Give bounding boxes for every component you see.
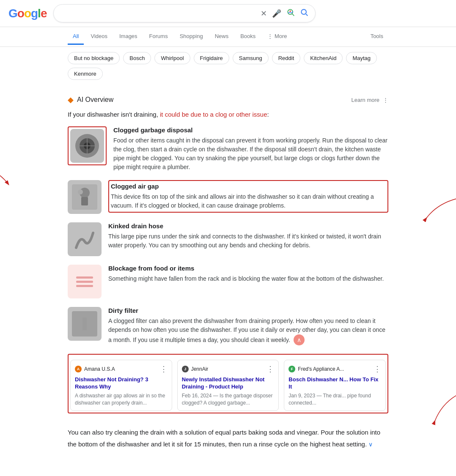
source-1-name: A Amana U.S.A [75,366,115,372]
image-search-button[interactable] [286,8,295,19]
svg-rect-12 [81,197,88,205]
source-2-text: Feb 16, 2024 — Is the garbage disposer c… [182,392,275,407]
ai-more-icon[interactable]: ⋮ [383,97,388,103]
tab-forums[interactable]: Forums [144,29,173,45]
main-content: Link Not Link Links [0,85,456,460]
ai-item-5-text: A clogged filter can also prevent the di… [108,317,388,345]
ai-item-4-content: Blockage from food or items Something mi… [108,265,388,283]
source-1-text: A dishwasher air gap allows air in so th… [75,392,168,407]
show-more-button[interactable]: ∨ [368,440,373,450]
collapse-button[interactable]: ∧ [294,334,305,345]
voice-search-button[interactable]: 🎤 [272,9,281,18]
ai-overview-header: ◆ AI Overview Learn more ⋮ [68,95,388,104]
ai-item-3-content: Kinked drain hose This large pipe runs u… [108,222,388,250]
tab-news[interactable]: News [210,29,234,45]
chip-frigidaire[interactable]: Frigidaire [194,52,229,64]
ai-item-2-image [68,180,102,214]
source-card-2[interactable]: J JennAir ⋮ Newly Installed Dishwasher N… [177,360,279,411]
search-icons: ✕ 🎤 [261,8,308,19]
source-2-icon: J [182,366,189,372]
google-search-button[interactable] [300,8,308,19]
tab-more[interactable]: ⋮ More [262,29,292,45]
chip-bosch[interactable]: Bosch [123,52,151,64]
chip-no-blockage[interactable]: But no blockage [68,52,120,64]
header: Google dishwasher is not draining ✕ 🎤 [0,0,456,27]
svg-line-1 [292,14,294,16]
source-2-name: J JennAir [182,366,209,372]
bottom-text: You can also try cleaning the drain with… [68,420,388,456]
chip-samsung[interactable]: Samsung [233,52,269,64]
tab-books[interactable]: Books [235,29,261,45]
source-3-text: Jan 9, 2023 — The drai... pipe found con… [288,392,381,407]
svg-point-13 [78,189,83,194]
source-card-3-header: F Fred's Appliance A... ⋮ [288,364,381,374]
ai-item-4-text: Something might have fallen from the rac… [108,274,388,283]
clear-search-button[interactable]: ✕ [261,9,267,18]
ai-diamond-icon: ◆ [68,95,74,104]
ai-item-1-title: Clogged garbage disposal [113,126,388,134]
tab-videos[interactable]: Videos [85,29,113,45]
source-2-title[interactable]: Newly Installed Dishwasher Not Draining … [182,376,275,391]
source-1-icon: A [75,366,82,372]
source-1-more-icon[interactable]: ⋮ [160,364,168,374]
source-1-label: Amana U.S.A [84,366,115,372]
source-cards-highlight: A Amana U.S.A ⋮ Dishwasher Not Draining?… [68,354,388,413]
tab-tools[interactable]: Tools [365,29,388,45]
ai-item-4: Blockage from food or items Something mi… [68,265,388,298]
ai-overview-label: AI Overview [77,96,113,104]
svg-line-4 [306,14,308,16]
source-2-label: JennAir [191,366,209,372]
tab-shopping[interactable]: Shopping [175,29,208,45]
chip-kitchenaid[interactable]: KitchenAid [304,52,343,64]
ai-item-4-title: Blockage from food or items [108,265,388,272]
ai-item-3: Kinked drain hose This large pipe runs u… [68,222,388,256]
source-3-more-icon[interactable]: ⋮ [374,364,381,374]
ai-item-2-content-highlight: Clogged air gap This device fits on top … [108,180,388,213]
ai-item-5-image [68,307,102,341]
ai-item-4-image [68,265,102,298]
ai-item-2-text: This device fits on top of the sink and … [111,192,386,210]
source-card-2-header: J JennAir ⋮ [182,364,275,374]
source-card-1[interactable]: A Amana U.S.A ⋮ Dishwasher Not Draining?… [70,360,172,411]
tab-all[interactable]: All [68,29,84,45]
svg-rect-17 [76,285,93,287]
source-3-icon: F [288,366,295,372]
source-3-name: F Fred's Appliance A... [288,366,344,372]
ai-actions[interactable]: Learn more ⋮ [352,97,388,103]
ai-item-3-text: This large pipe runs under the sink and … [108,232,388,250]
search-bar[interactable]: dishwasher is not draining ✕ 🎤 [53,4,316,22]
ai-item-1-image-highlight[interactable] [68,126,107,165]
source-cards: A Amana U.S.A ⋮ Dishwasher Not Draining?… [70,360,386,411]
ai-item-5-content: Dirty filter A clogged filter can also p… [108,307,388,345]
tab-images[interactable]: Images [114,29,143,45]
ai-item-1-text: Food or other items caught in the dispos… [113,136,388,172]
learn-more-link[interactable]: Learn more [352,97,379,103]
source-3-title[interactable]: Bosch Dishwasher N... How To Fix It [288,376,381,391]
ai-item-5: Dirty filter A clogged filter can also p… [68,307,388,345]
source-3-label: Fred's Appliance A... [298,366,344,372]
ai-title: ◆ AI Overview [68,95,113,104]
svg-rect-15 [76,276,93,279]
ai-item-1: Clogged garbage disposal Food or other i… [68,126,388,172]
ai-item-3-title: Kinked drain hose [108,222,388,230]
ai-item-5-title: Dirty filter [108,307,388,314]
chip-reddit[interactable]: Reddit [272,52,301,64]
source-2-more-icon[interactable]: ⋮ [266,364,274,374]
chip-maytag[interactable]: Maytag [346,52,377,64]
source-card-3[interactable]: F Fred's Appliance A... ⋮ Bosch Dishwash… [284,360,386,411]
svg-rect-21 [82,317,87,330]
ai-item-1-content: Clogged garbage disposal Food or other i… [113,126,388,172]
filter-chips: But no blockage Bosch Whirlpool Frigidai… [0,47,456,85]
search-input[interactable]: dishwasher is not draining [60,10,257,17]
svg-point-2 [290,11,291,12]
nav-tabs: All Videos Images Forums Shopping News B… [0,27,456,47]
ai-item-1-image[interactable] [70,129,104,163]
svg-point-0 [288,9,293,14]
ai-highlight: it could be due to a clog or other issue [160,111,267,118]
ai-item-2-title: Clogged air gap [111,183,386,190]
chip-whirlpool[interactable]: Whirlpool [154,52,190,64]
chip-kenmore[interactable]: Kenmore [68,68,103,80]
source-1-title[interactable]: Dishwasher Not Draining? 3 Reasons Why [75,376,168,391]
ai-item-3-image [68,222,102,256]
source-card-1-header: A Amana U.S.A ⋮ [75,364,168,374]
